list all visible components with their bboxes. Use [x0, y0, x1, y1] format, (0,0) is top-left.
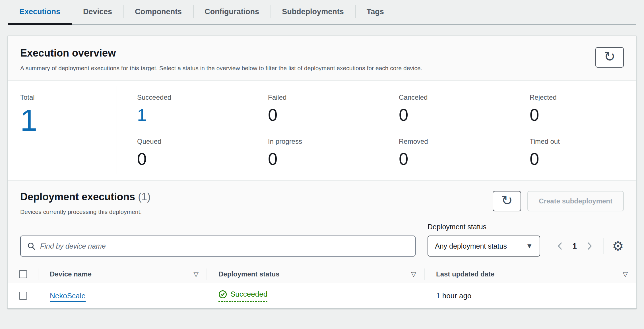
chevron-down-icon: ▼	[526, 242, 533, 250]
device-name-link[interactable]: NekoScale	[50, 291, 86, 302]
chevron-left-icon	[557, 241, 563, 251]
tab-subdeployments[interactable]: Subdeployments	[271, 0, 355, 24]
stat-queued: Queued 0	[137, 138, 268, 168]
success-check-icon	[218, 290, 227, 299]
stat-label: Queued	[137, 138, 268, 145]
column-label: Device name	[50, 270, 92, 278]
stat-label: Canceled	[399, 93, 530, 101]
stat-total: Total 1	[20, 93, 124, 168]
tab-components[interactable]: Components	[123, 0, 193, 24]
previous-page-button[interactable]	[552, 241, 567, 251]
execution-overview-title: Execution overview	[20, 47, 422, 59]
refresh-icon: ↻	[604, 50, 615, 64]
pagination: 1 ⚙	[552, 236, 624, 257]
deployment-executions-title-text: Deployment executions	[20, 191, 135, 203]
last-updated-cell: 1 hour ago	[425, 291, 636, 300]
execution-overview-description: A summary of deployment executions for t…	[20, 65, 422, 72]
filter-icon[interactable]: ▽	[411, 270, 416, 278]
stat-timed-out: Timed out 0	[530, 138, 644, 168]
stat-label: In progress	[268, 138, 399, 145]
deployment-executions-description: Devices currently processing this deploy…	[20, 209, 150, 215]
table-row: NekoScale Succeeded 1 hour ago	[8, 283, 636, 308]
execution-stats: Total 1 Succeeded 1 Failed 0 Canceled 0 …	[8, 81, 636, 180]
stat-succeeded-value[interactable]: 1	[137, 106, 268, 124]
tab-devices[interactable]: Devices	[72, 0, 123, 24]
stat-label: Failed	[268, 93, 399, 101]
stat-canceled: Canceled 0	[399, 93, 530, 124]
deployment-executions-section: Deployment executions (1) Devices curren…	[8, 180, 636, 308]
device-search-box	[20, 236, 416, 257]
stat-label: Rejected	[530, 93, 644, 101]
table-preferences-button[interactable]: ⚙	[608, 240, 624, 253]
stat-queued-value[interactable]: 0	[137, 150, 268, 168]
stat-label: Timed out	[530, 138, 644, 145]
stat-removed: Removed 0	[399, 138, 530, 168]
deployment-status-text: Succeeded	[230, 290, 267, 299]
stat-total-value[interactable]: 1	[20, 105, 124, 136]
stat-canceled-value[interactable]: 0	[399, 106, 530, 124]
deployment-executions-counter: (1)	[138, 191, 150, 203]
stat-in-progress: In progress 0	[268, 138, 399, 168]
stat-timed-out-value[interactable]: 0	[530, 150, 644, 168]
deployment-executions-table: Device name ▽ Deployment status ▽ Last u…	[8, 266, 636, 308]
deployment-target-card: Execution overview A summary of deployme…	[7, 36, 637, 309]
deployment-status-select[interactable]: Any deployment status ▼	[428, 236, 540, 257]
column-header-last-updated-date[interactable]: Last updated date ▽	[425, 266, 636, 283]
tab-executions[interactable]: Executions	[8, 0, 72, 24]
column-label: Last updated date	[436, 270, 494, 278]
gear-icon: ⚙	[612, 239, 624, 253]
deployment-status-badge[interactable]: Succeeded	[218, 290, 267, 302]
stat-failed-value[interactable]: 0	[268, 106, 399, 124]
stat-succeeded: Succeeded 1	[137, 93, 268, 124]
stat-removed-value[interactable]: 0	[399, 150, 530, 168]
stat-failed: Failed 0	[268, 93, 399, 124]
deployment-status-filter-label: Deployment status	[428, 223, 540, 231]
device-search-input[interactable]	[40, 242, 409, 250]
tab-bar: Executions Devices Components Configurat…	[8, 0, 636, 25]
column-header-deployment-status[interactable]: Deployment status ▽	[207, 266, 425, 283]
column-header-device-name[interactable]: Device name ▽	[38, 266, 207, 283]
pager-divider	[603, 238, 604, 254]
stat-rejected: Rejected 0	[530, 93, 644, 124]
executions-refresh-button[interactable]: ↻	[493, 191, 521, 211]
stat-in-progress-value[interactable]: 0	[268, 150, 399, 168]
next-page-button[interactable]	[582, 241, 597, 251]
table-header-row: Device name ▽ Deployment status ▽ Last u…	[8, 266, 636, 283]
create-subdeployment-button[interactable]: Create subdeployment	[527, 191, 624, 211]
row-checkbox[interactable]	[19, 292, 27, 300]
chevron-right-icon	[587, 241, 593, 251]
current-page-number[interactable]: 1	[567, 242, 582, 251]
execution-overview-header: Execution overview A summary of deployme…	[8, 36, 636, 81]
refresh-icon: ↻	[501, 194, 513, 207]
filter-icon[interactable]: ▽	[193, 270, 199, 278]
column-label: Deployment status	[218, 270, 280, 278]
stats-divider	[117, 86, 117, 174]
tab-tags[interactable]: Tags	[355, 0, 395, 24]
stat-label: Removed	[399, 138, 530, 145]
tab-configurations[interactable]: Configurations	[193, 0, 271, 24]
overview-refresh-button[interactable]: ↻	[595, 47, 624, 68]
stat-label: Succeeded	[137, 93, 268, 101]
stat-rejected-value[interactable]: 0	[530, 106, 644, 124]
search-icon	[27, 242, 36, 250]
select-all-checkbox[interactable]	[19, 270, 27, 278]
deployment-status-select-value: Any deployment status	[435, 242, 507, 250]
stat-label: Total	[20, 93, 124, 101]
filter-icon[interactable]: ▽	[623, 270, 628, 278]
deployment-executions-title: Deployment executions (1)	[20, 191, 150, 203]
